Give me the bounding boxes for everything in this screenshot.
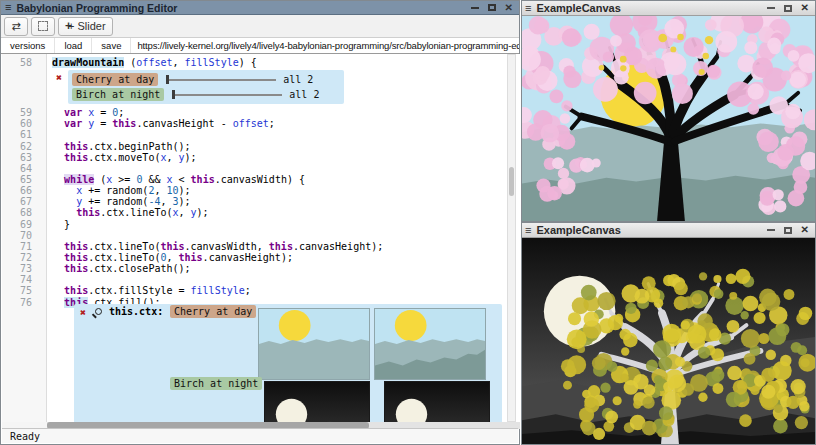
versions-button[interactable]: versions bbox=[1, 38, 55, 53]
menu-icon[interactable]: ≡ bbox=[525, 224, 531, 237]
line-number: 63 bbox=[2, 152, 40, 163]
main-window-title: Babylonian Programming Editor bbox=[16, 2, 177, 14]
probe-thumbnail-night-2[interactable] bbox=[384, 381, 490, 422]
code-line-64[interactable]: 64 bbox=[2, 163, 506, 174]
probe-chip-cherry[interactable]: Cherry at day bbox=[170, 305, 256, 318]
menu-icon[interactable]: ≡ bbox=[5, 1, 11, 14]
line-number: 62 bbox=[2, 141, 40, 152]
slider-track bbox=[169, 79, 276, 81]
canvas-scene-cherry-day bbox=[522, 16, 815, 221]
example-slider[interactable] bbox=[166, 75, 276, 84]
add-slider-button[interactable]: ++ Slider bbox=[58, 17, 113, 36]
line-number: 66 bbox=[2, 185, 40, 196]
minimize-icon[interactable] bbox=[767, 7, 775, 9]
code-line-74[interactable]: 74 bbox=[2, 274, 506, 285]
probe-thumbnail-day-1[interactable] bbox=[258, 308, 370, 380]
selection-frame-button[interactable] bbox=[31, 17, 55, 36]
code-line-61[interactable]: 61 bbox=[2, 129, 506, 140]
example-canvas-window-2: ≡ ExampleCanvas ✕ bbox=[521, 222, 816, 445]
vertical-scrollbar[interactable] bbox=[507, 54, 516, 422]
add-slider-label: + Slider bbox=[68, 20, 106, 32]
code-line-65[interactable]: 65 while (x >= 0 && x < this.canvasWidth… bbox=[2, 174, 506, 185]
code-line-75[interactable]: 75 this.ctx.fillStyle = fillStyle; bbox=[2, 285, 506, 296]
line-number: 69 bbox=[2, 219, 40, 230]
line-number: 68 bbox=[2, 207, 40, 218]
status-text: Ready bbox=[10, 431, 40, 442]
line-number: 61 bbox=[2, 129, 40, 140]
code-text: while (x >= 0 && x < this.canvasWidth) { bbox=[40, 174, 305, 185]
canvas1-titlebar[interactable]: ≡ ExampleCanvas ✕ bbox=[522, 1, 815, 16]
code-text: } bbox=[40, 219, 70, 230]
code-text: this.ctx.lineTo(x, y); bbox=[40, 207, 209, 218]
load-button[interactable]: load bbox=[55, 38, 92, 53]
file-url[interactable]: https://lively-kernel.org/lively4/lively… bbox=[137, 40, 519, 51]
line-number: 75 bbox=[2, 285, 40, 296]
close-icon[interactable]: ✕ bbox=[801, 3, 809, 13]
file-nav-row: versions load save https://lively-kernel… bbox=[1, 38, 519, 54]
maximize-icon[interactable] bbox=[488, 4, 496, 11]
canvas2-title: ExampleCanvas bbox=[536, 224, 620, 236]
line-number: 60 bbox=[2, 118, 40, 129]
canvas2-titlebar[interactable]: ≡ ExampleCanvas ✕ bbox=[522, 223, 815, 238]
code-line-63[interactable]: 63 this.ctx.moveTo(x, y); bbox=[2, 152, 506, 163]
maximize-icon[interactable] bbox=[784, 227, 792, 234]
code-line-71[interactable]: 71 this.ctx.lineTo(this.canvasWidth, thi… bbox=[2, 241, 506, 252]
code-text: var x = 0; bbox=[40, 107, 124, 118]
line-number: 72 bbox=[2, 252, 40, 263]
code-text: this.ctx.moveTo(x, y); bbox=[40, 152, 197, 163]
code-line-66[interactable]: 66 x += random(2, 10); bbox=[2, 185, 506, 196]
code-line-70[interactable]: 70 bbox=[2, 230, 506, 241]
probe-result-panel: ✖ this.ctx: Cherry at day Birch at night bbox=[74, 304, 502, 422]
example-chip-birch[interactable]: Birch at night bbox=[72, 88, 164, 101]
status-bar: Ready bbox=[2, 428, 518, 443]
vertical-scrollbar-thumb[interactable] bbox=[509, 167, 514, 196]
probe-thumbnail-day-2[interactable] bbox=[374, 308, 486, 380]
code-line-69[interactable]: 69 } bbox=[2, 219, 506, 230]
code-line-72[interactable]: 72 this.ctx.lineTo(0, this.canvasHeight)… bbox=[2, 252, 506, 263]
slider-value: all 2 bbox=[289, 89, 319, 100]
swap-arrows-button[interactable]: ⇄ bbox=[4, 17, 28, 36]
example-slider[interactable] bbox=[172, 90, 282, 99]
example-chip-cherry[interactable]: Cherry at day bbox=[72, 73, 158, 86]
main-titlebar[interactable]: ≡ Babylonian Programming Editor ✕ bbox=[1, 1, 519, 15]
code-line-62[interactable]: 62 this.ctx.beginPath(); bbox=[2, 141, 506, 152]
line-number: 65 bbox=[2, 174, 40, 185]
save-button[interactable]: save bbox=[92, 38, 131, 53]
probe-expression: this.ctx: bbox=[109, 306, 163, 317]
magnifier-icon[interactable] bbox=[95, 308, 102, 315]
maximize-icon[interactable] bbox=[784, 5, 792, 12]
code-text: this.ctx.lineTo(0, this.canvasHeight); bbox=[40, 252, 293, 263]
line-number: 64 bbox=[2, 163, 40, 174]
probe-chip-birch[interactable]: Birch at night bbox=[170, 377, 262, 390]
slider-track bbox=[175, 94, 282, 96]
code-line-60[interactable]: 60 var y = this.canvasHeight - offset; bbox=[2, 118, 506, 129]
menu-icon[interactable]: ≡ bbox=[525, 2, 531, 15]
canvas1-title: ExampleCanvas bbox=[536, 2, 620, 14]
example-slider-row: Cherry at day all 2 bbox=[72, 72, 340, 87]
code-line-68[interactable]: 68 this.ctx.lineTo(x, y); bbox=[2, 207, 506, 218]
probe-thumbnail-night-1[interactable] bbox=[264, 381, 370, 422]
canvas-scene-birch-night bbox=[522, 238, 815, 444]
example-canvas-window-1: ≡ ExampleCanvas ✕ bbox=[521, 0, 816, 222]
remove-probe-icon[interactable]: ✖ bbox=[80, 307, 86, 318]
slider-value: all 2 bbox=[283, 74, 313, 85]
code-text: y += random(-4, 3); bbox=[40, 196, 191, 207]
code-text: this.ctx.closePath(); bbox=[40, 263, 191, 274]
code-line-67[interactable]: 67 y += random(-4, 3); bbox=[2, 196, 506, 207]
line-number: 74 bbox=[2, 274, 40, 285]
code-editor[interactable]: 58 drawMountain (offset, fillStyle) { ✖ … bbox=[2, 54, 520, 422]
code-line-59[interactable]: 59 var x = 0; bbox=[2, 107, 506, 118]
code-text: x += random(2, 10); bbox=[40, 185, 191, 196]
minimize-icon[interactable] bbox=[471, 7, 479, 9]
code-line-58[interactable]: 58 drawMountain (offset, fillStyle) { bbox=[2, 57, 506, 68]
line-number: 76 bbox=[2, 297, 40, 308]
code-text: this.ctx.beginPath(); bbox=[40, 141, 191, 152]
line-number: 59 bbox=[2, 107, 40, 118]
close-icon[interactable]: ✕ bbox=[505, 3, 513, 13]
code-line-73[interactable]: 73 this.ctx.closePath(); bbox=[2, 263, 506, 274]
minimize-icon[interactable] bbox=[767, 229, 775, 231]
line-number: 71 bbox=[2, 241, 40, 252]
code-text: drawMountain (offset, fillStyle) { bbox=[40, 57, 257, 68]
remove-examples-icon[interactable]: ✖ bbox=[56, 72, 62, 83]
close-icon[interactable]: ✕ bbox=[801, 225, 809, 235]
